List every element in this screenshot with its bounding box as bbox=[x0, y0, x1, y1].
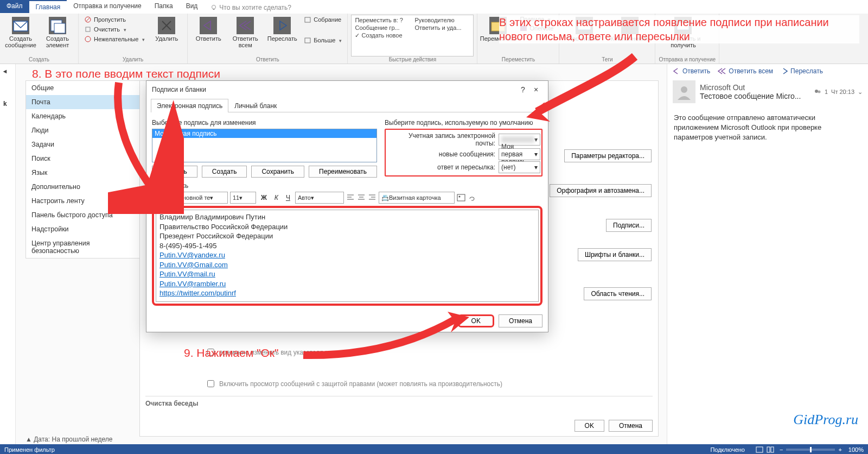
edit-signature-label: ить подпись bbox=[152, 182, 542, 190]
tell-me[interactable]: Что вы хотите сделать? bbox=[204, 0, 298, 13]
options-category-item[interactable]: Центр управления безопасностью bbox=[26, 236, 140, 258]
svg-point-21 bbox=[818, 91, 820, 93]
options-category-item[interactable]: Общие bbox=[26, 81, 140, 95]
options-category-item[interactable]: Люди bbox=[26, 123, 140, 137]
tab-sendrecv[interactable]: Отправка и получение bbox=[67, 0, 148, 13]
svg-rect-4 bbox=[54, 23, 65, 33]
forward-button[interactable]: Переслать bbox=[265, 15, 299, 56]
new-mail-button[interactable]: Создать сообщение bbox=[3, 15, 38, 56]
junk-button[interactable]: Нежелательные bbox=[82, 34, 147, 44]
reply-button[interactable]: Ответить bbox=[191, 15, 226, 56]
cursor-checkbox[interactable]: временно изменять вид указателя мыши bbox=[205, 347, 343, 357]
zoom-slider[interactable] bbox=[786, 449, 835, 451]
tab-file[interactable]: Файл bbox=[0, 0, 29, 13]
tab-stationery[interactable]: Личный бланк bbox=[228, 99, 283, 112]
tab-home[interactable]: Главная bbox=[29, 0, 67, 13]
link-icon[interactable] bbox=[468, 193, 476, 202]
font-select[interactable]: Calibri (Основной те ▾ bbox=[152, 192, 228, 204]
align-right-icon[interactable] bbox=[368, 193, 376, 202]
svg-rect-16 bbox=[677, 22, 689, 30]
zoom-in[interactable]: + bbox=[838, 446, 841, 453]
status-connected: Подключено bbox=[710, 446, 745, 453]
delete-button[interactable]: Удалить bbox=[149, 15, 184, 56]
align-left-icon[interactable] bbox=[346, 193, 355, 202]
sig-rename-button[interactable]: Переименовать bbox=[309, 166, 377, 178]
options-category-item[interactable]: Поиск bbox=[26, 152, 140, 166]
new-item-icon bbox=[49, 17, 66, 34]
new-item-button[interactable]: Создать элемент bbox=[40, 15, 75, 56]
default-signature-label: Выберите подпись, используемую по умолча… bbox=[385, 119, 542, 127]
fontsize-select[interactable]: 11 ▾ bbox=[230, 192, 256, 204]
italic-button[interactable]: К bbox=[272, 193, 281, 202]
picture-icon[interactable] bbox=[457, 193, 465, 202]
dialog-help-button[interactable]: ? bbox=[516, 85, 529, 94]
rp-reply[interactable]: Ответить bbox=[673, 67, 710, 75]
reply-all-button[interactable]: Ответить всем bbox=[228, 15, 263, 56]
align-center-icon[interactable] bbox=[357, 193, 366, 202]
fonts-button[interactable]: Шрифты и бланки... bbox=[578, 248, 652, 261]
spell-options-button[interactable]: Орфография и автозамена... bbox=[550, 184, 652, 197]
envelope-icon bbox=[576, 17, 593, 34]
reading-pane-button[interactable]: Область чтения... bbox=[584, 287, 652, 300]
svg-point-0 bbox=[212, 5, 216, 9]
clean-button[interactable]: Очистить bbox=[82, 24, 147, 34]
svg-rect-17 bbox=[457, 194, 465, 201]
options-category-item[interactable]: Дополнительно bbox=[26, 180, 140, 194]
options-category-item[interactable]: Задачи bbox=[26, 137, 140, 152]
rp-forward[interactable]: Переслать bbox=[781, 67, 823, 75]
zoom-out[interactable]: − bbox=[780, 446, 783, 453]
options-category-item[interactable]: Почта bbox=[26, 95, 140, 109]
editor-options-button[interactable]: Параметры редактора... bbox=[564, 149, 652, 162]
select-signature-label: Выберите подпись для изменения bbox=[152, 119, 377, 127]
replyfwd-select[interactable]: (нет)▾ bbox=[499, 161, 540, 173]
options-category-item[interactable]: Календарь bbox=[26, 109, 140, 123]
sig-new-button[interactable]: Создать bbox=[202, 166, 247, 178]
underline-button[interactable]: Ч bbox=[283, 193, 293, 202]
rules-button[interactable]: Правила bbox=[518, 15, 556, 23]
options-category-item[interactable]: Язык bbox=[26, 166, 140, 180]
date-group-header[interactable]: Дата: На прошлой неделе bbox=[34, 436, 112, 443]
color-select[interactable]: Авто ▾ bbox=[295, 192, 344, 204]
options-category-item[interactable]: Надстройки bbox=[26, 222, 140, 236]
unread-button[interactable]: Прочитано? bbox=[563, 15, 606, 56]
quick-steps-gallery[interactable]: Переместить в: ? Сообщение гр... ✓ Созда… bbox=[351, 15, 474, 56]
rm-checkbox[interactable]: Включить просмотр сообщений с защитой пр… bbox=[205, 379, 502, 389]
sig-save-button[interactable]: Сохранить bbox=[251, 166, 304, 178]
signature-list-item[interactable]: Моя первая подпись bbox=[152, 129, 376, 138]
options-category-item[interactable]: Панель быстрого доступа bbox=[26, 208, 140, 222]
bold-button[interactable]: Ж bbox=[258, 193, 270, 202]
sendrecv-all-button[interactable]: Отправить и получить bbox=[659, 15, 707, 56]
view-reading-icon[interactable] bbox=[767, 446, 774, 453]
folder-move-icon bbox=[489, 17, 507, 34]
dialog-close-button[interactable]: × bbox=[529, 85, 542, 94]
newmsg-select[interactable]: Моя первая подпись▾ bbox=[499, 148, 540, 160]
rp-reply-all[interactable]: Ответить всем bbox=[718, 67, 773, 75]
dialog-cancel-button[interactable]: Отмена bbox=[499, 314, 542, 327]
lightbulb-icon bbox=[210, 4, 217, 11]
group-quick-label: Быстрые действия bbox=[351, 56, 474, 64]
tab-folder[interactable]: Папка bbox=[148, 0, 180, 13]
meeting-button[interactable]: Собрание bbox=[302, 15, 344, 24]
signature-editor[interactable]: Владимир Владимирович ПутинПравительство… bbox=[156, 210, 539, 302]
move-button[interactable]: Переместить bbox=[481, 15, 515, 56]
signatures-button[interactable]: Подписи... bbox=[606, 219, 652, 232]
tab-email-signature[interactable]: Электронная подпись bbox=[151, 99, 228, 112]
dialog-ok-button[interactable]: OK bbox=[458, 314, 494, 327]
rp-expand[interactable]: ⌄ bbox=[858, 89, 863, 96]
sig-delete-button[interactable]: Удалить bbox=[152, 166, 197, 178]
followup-button[interactable]: К исполнению bbox=[608, 15, 652, 56]
business-card-button[interactable]: 📇 Визитная карточка bbox=[379, 192, 455, 204]
group-delete-label: Удалить bbox=[82, 56, 184, 64]
options-cancel-button[interactable]: Отмена bbox=[609, 420, 653, 432]
tab-view[interactable]: Вид bbox=[180, 0, 205, 13]
svg-rect-14 bbox=[520, 26, 527, 31]
onenote-button[interactable]: OneNote bbox=[518, 23, 556, 33]
skip-button[interactable]: Пропустить bbox=[82, 15, 147, 24]
view-normal-icon[interactable] bbox=[756, 446, 763, 453]
options-ok-button[interactable]: OK bbox=[575, 420, 604, 432]
newmsg-label: новые сообщения: bbox=[387, 150, 495, 158]
zoom-value: 100% bbox=[848, 446, 864, 453]
signature-list[interactable]: Моя первая подпись bbox=[152, 129, 377, 162]
more-button[interactable]: Больше bbox=[302, 35, 344, 45]
options-category-item[interactable]: Настроить ленту bbox=[26, 194, 140, 208]
